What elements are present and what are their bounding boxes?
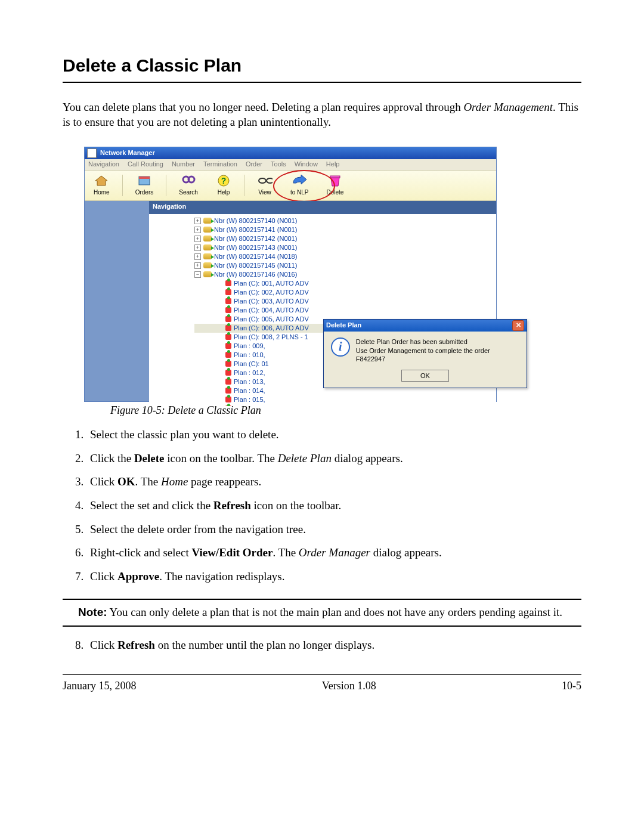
expand-icon[interactable]: +	[194, 253, 201, 260]
ok-button[interactable]: OK	[401, 370, 449, 382]
step-text: . The	[135, 475, 160, 488]
tree-label: Plan (C): 003, AUTO ADV	[234, 297, 309, 306]
tree-number-item[interactable]: −Nbr (W) 8002157146 (N016)	[194, 270, 496, 279]
tree-number-item[interactable]: +Nbr (W) 8002157144 (N018)	[194, 252, 496, 261]
orders-button[interactable]: Orders	[130, 172, 159, 199]
title-rule	[63, 82, 581, 83]
number-icon	[203, 236, 212, 241]
plan-icon	[225, 352, 231, 358]
step-text: . The	[273, 546, 298, 559]
tree-number-item[interactable]: +Nbr (W) 8002157145 (N011)	[194, 261, 496, 270]
tree-number-item[interactable]: +Nbr (W) 8002157142 (N001)	[194, 234, 496, 243]
step-item: Click Approve. The navigation redisplays…	[86, 569, 581, 584]
tree-label: Plan : 010,	[234, 351, 265, 360]
app-icon	[87, 148, 97, 158]
intro-paragraph: You can delete plans that you no longer …	[63, 100, 581, 130]
plan-icon	[225, 405, 231, 406]
plan-icon	[225, 379, 231, 385]
step-text: icon on the toolbar. The	[165, 452, 278, 465]
plan-icon	[225, 397, 231, 402]
svg-rect-9	[330, 176, 340, 178]
menu-termination[interactable]: Termination	[203, 160, 237, 169]
close-icon[interactable]: ✕	[512, 320, 524, 331]
orders-label: Orders	[135, 188, 154, 197]
step-pre: Click	[90, 639, 117, 651]
plan-icon	[225, 307, 231, 313]
tree-label: Plan (C): 004, AUTO ADV	[234, 306, 309, 315]
step-italic: Order Manager	[299, 546, 370, 559]
tree-label: Plan : 012,	[234, 368, 265, 377]
tonlp-button[interactable]: to NLP	[285, 172, 314, 199]
tree-plan-item[interactable]: Plan : 015,	[194, 395, 496, 404]
view-label: View	[258, 188, 271, 197]
tree-number-item[interactable]: +Nbr (W) 8002157141 (N001)	[194, 225, 496, 234]
step-text: Click the	[90, 452, 134, 465]
search-button[interactable]: Search	[174, 172, 203, 199]
step-text: . The navigation redisplays.	[159, 570, 284, 583]
step-bold: Refresh	[117, 639, 155, 651]
dialog-message: Delete Plan Order has been submitted Use…	[356, 337, 519, 364]
tree-plan-item[interactable]: Plan (C): 016	[194, 404, 496, 406]
info-icon: i	[331, 337, 350, 357]
workspace: Navigation +Nbr (W) 8002157140 (N001)+Nb…	[85, 201, 496, 401]
tree-plan-item[interactable]: Plan (C): 001, AUTO ADV	[194, 279, 496, 288]
tree-number-item[interactable]: +Nbr (W) 8002157140 (N001)	[194, 216, 496, 225]
home-label: Home	[94, 188, 110, 197]
help-button[interactable]: ? Help	[210, 172, 237, 199]
expand-icon[interactable]: −	[194, 271, 201, 278]
step-bold: OK	[117, 475, 135, 488]
navigation-header: Navigation	[149, 201, 496, 214]
note-label: Note:	[78, 606, 107, 618]
step-item: Click the Delete icon on the toolbar. Th…	[86, 451, 581, 466]
menu-tools[interactable]: Tools	[271, 160, 286, 169]
home-icon	[94, 174, 109, 187]
delete-plan-dialog: Delete Plan ✕ i Delete Plan Order has be…	[323, 319, 527, 389]
menu-help[interactable]: Help	[326, 160, 340, 169]
step-item: Right-click and select View/Edit Order. …	[86, 545, 581, 561]
number-icon	[203, 262, 212, 268]
step-italic: Home	[161, 475, 188, 488]
toolbar-sep	[166, 175, 166, 196]
step-bold: Delete	[134, 452, 165, 465]
tree-plan-item[interactable]: Plan (C): 003, AUTO ADV	[194, 297, 496, 306]
tree-label: Plan (C): 01	[234, 360, 269, 368]
plan-icon	[225, 289, 231, 295]
plan-icon	[225, 298, 231, 304]
svg-point-4	[188, 176, 194, 182]
menu-window[interactable]: Window	[295, 160, 318, 169]
main-panel: Navigation +Nbr (W) 8002157140 (N001)+Nb…	[149, 201, 496, 401]
tree-label: Nbr (W) 8002157141 (N001)	[214, 225, 297, 234]
tonlp-label: to NLP	[290, 188, 309, 197]
expand-icon[interactable]: +	[194, 244, 201, 251]
home-button[interactable]: Home	[88, 172, 115, 199]
menu-order[interactable]: Order	[246, 160, 262, 169]
menu-call-routing[interactable]: Call Routing	[128, 160, 163, 169]
menu-number[interactable]: Number	[172, 160, 195, 169]
view-button[interactable]: View	[252, 172, 278, 199]
svg-text:?: ?	[221, 176, 227, 185]
step-text: Click	[90, 475, 117, 488]
steps-list: Select the classic plan you want to dele…	[63, 427, 581, 584]
footer-date: January 15, 2008	[63, 679, 136, 693]
menu-navigation[interactable]: Navigation	[88, 160, 119, 169]
note-text: You can only delete a plan that is not t…	[107, 606, 563, 618]
delete-button[interactable]: Delete	[321, 172, 349, 199]
window-titlebar: Network Manager	[85, 147, 496, 159]
expand-icon[interactable]: +	[194, 218, 201, 224]
tree-label: Plan : 014,	[234, 386, 265, 395]
number-icon	[203, 244, 212, 250]
view-icon	[257, 174, 273, 187]
tree-plan-item[interactable]: Plan (C): 002, AUTO ADV	[194, 288, 496, 297]
expand-icon[interactable]: +	[194, 262, 201, 269]
expand-icon[interactable]: +	[194, 227, 201, 233]
svg-rect-2	[139, 176, 150, 179]
plan-icon	[225, 343, 231, 349]
expand-icon[interactable]: +	[194, 236, 201, 242]
tree-number-item[interactable]: +Nbr (W) 8002157143 (N001)	[194, 243, 496, 252]
number-icon	[203, 271, 212, 277]
dialog-title: Delete Plan	[326, 321, 361, 330]
left-sidebar	[85, 201, 149, 401]
tree-label: Plan (C): 005, AUTO ADV	[234, 315, 309, 324]
tree-plan-item[interactable]: Plan (C): 004, AUTO ADV	[194, 306, 496, 315]
step-text: Right-click and select	[90, 546, 191, 559]
